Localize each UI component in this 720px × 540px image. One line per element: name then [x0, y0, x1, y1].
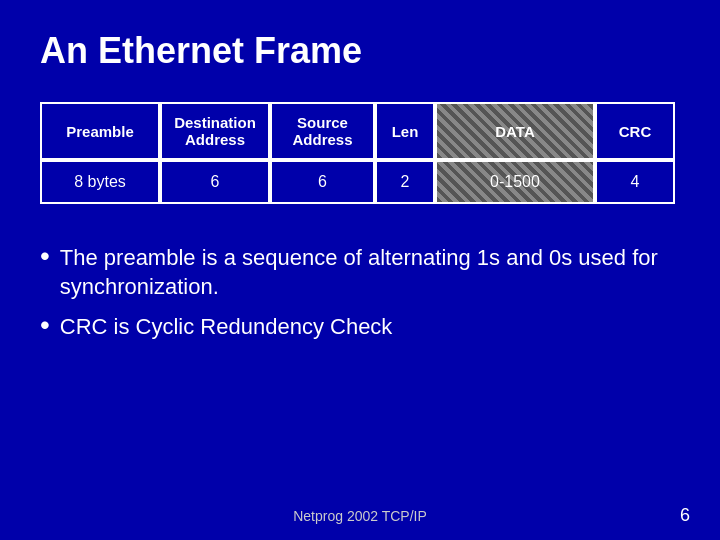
frame-cell-label-len: Len: [375, 102, 435, 160]
frame-cell-value-preamble: 8 bytes: [40, 160, 160, 204]
frame-values-row: 8 bytes6620-15004: [40, 160, 680, 204]
slide-title: An Ethernet Frame: [40, 30, 680, 72]
bullet-dot-1: •: [40, 242, 50, 270]
bullets-section: • The preamble is a sequence of alternat…: [40, 244, 680, 342]
bullet-text-1: The preamble is a sequence of alternatin…: [60, 244, 680, 301]
bullet-text-2: CRC is Cyclic Redundency Check: [60, 313, 393, 342]
footer-text: Netprog 2002 TCP/IP: [293, 508, 427, 524]
bullet-item-2: • CRC is Cyclic Redundency Check: [40, 313, 680, 342]
frame-cell-value-crc: 4: [595, 160, 675, 204]
footer: Netprog 2002 TCP/IP: [0, 508, 720, 524]
frame-cell-label-preamble: Preamble: [40, 102, 160, 160]
frame-cell-label-data: DATA: [435, 102, 595, 160]
frame-labels-row: PreambleDestination AddressSource Addres…: [40, 102, 680, 160]
bullet-dot-2: •: [40, 311, 50, 339]
frame-cell-value-len: 2: [375, 160, 435, 204]
frame-cell-label-dest-addr: Destination Address: [160, 102, 270, 160]
frame-cell-value-src-addr: 6: [270, 160, 375, 204]
page-number: 6: [680, 505, 690, 526]
frame-cell-value-dest-addr: 6: [160, 160, 270, 204]
frame-cell-value-data: 0-1500: [435, 160, 595, 204]
frame-cell-label-src-addr: Source Address: [270, 102, 375, 160]
slide: An Ethernet Frame PreambleDestination Ad…: [0, 0, 720, 540]
bullet-item-1: • The preamble is a sequence of alternat…: [40, 244, 680, 301]
frame-cell-label-crc: CRC: [595, 102, 675, 160]
frame-diagram: PreambleDestination AddressSource Addres…: [40, 102, 680, 204]
